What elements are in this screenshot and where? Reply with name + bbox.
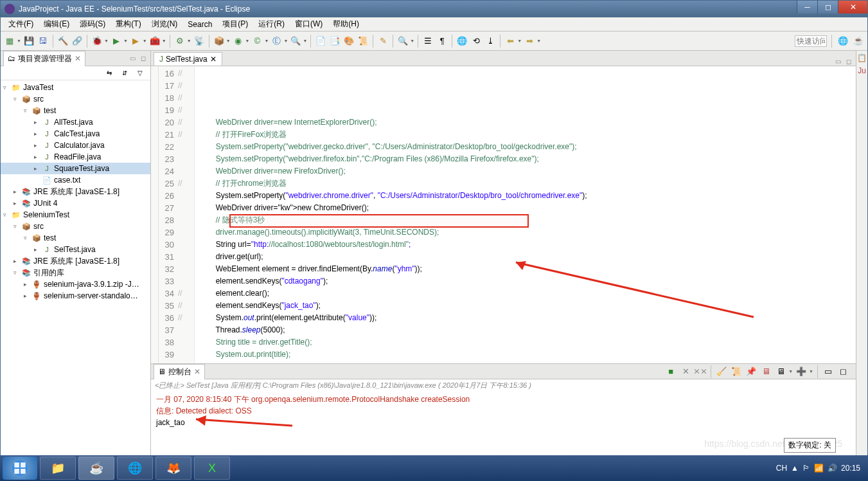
task-explorer[interactable]: 📁 (40, 457, 76, 480)
tree-item[interactable]: ▿📦src (1, 93, 150, 105)
menu-item[interactable]: 编辑(E) (39, 17, 75, 32)
toggle-breadcrumb-icon[interactable]: ☰ (421, 35, 434, 48)
tray-time[interactable]: 20:15 (841, 464, 860, 473)
collapse-all-icon[interactable]: ⇆ (103, 67, 116, 80)
menu-item[interactable]: 源码(S) (75, 17, 111, 32)
menu-item[interactable]: 浏览(N) (146, 17, 183, 32)
minimize-button[interactable]: ─ (797, 1, 817, 14)
project-explorer-tab[interactable]: 🗂 项目资源管理器 ✕ (3, 51, 85, 66)
tray-sound-icon[interactable]: 🔊 (828, 464, 837, 473)
tree-item[interactable]: ▸🏺selenium-server-standalo… (1, 290, 150, 302)
type-icon[interactable]: ◉ (232, 35, 245, 48)
menu-item[interactable]: 窗口(W) (290, 17, 328, 32)
tray-up-icon[interactable]: ▲ (791, 464, 799, 473)
open-console-icon[interactable]: 🖥 (774, 365, 787, 378)
outline-icon[interactable]: 📋 (857, 53, 867, 62)
coverage-icon[interactable]: ▶ (129, 35, 142, 48)
start-button[interactable] (3, 457, 37, 480)
close-console-icon[interactable]: ✕ (194, 367, 200, 376)
tree-item[interactable]: ▸JCalcTest.java (1, 128, 150, 140)
save-icon[interactable]: 💾 (22, 35, 35, 48)
tree-item[interactable]: ▸🏺selenium-java-3.9.1.zip -J… (1, 278, 150, 290)
view-menu-icon[interactable]: ▽ (134, 67, 146, 80)
task-xshell[interactable]: X (194, 457, 230, 480)
terminate-icon[interactable]: ■ (664, 365, 677, 378)
junit-icon[interactable]: Ju (858, 66, 866, 75)
browser-icon[interactable]: 🌐 (456, 35, 468, 48)
tree-item[interactable]: ▸JReadFile.java (1, 151, 150, 163)
tree-item[interactable]: ▸JSelTest.java (1, 244, 150, 255)
new-icon[interactable]: ▦ (3, 35, 16, 48)
display-console-icon[interactable]: 🖥 (759, 365, 772, 378)
sync-icon[interactable]: ⟲ (470, 35, 483, 48)
new-console-icon[interactable]: ➕ (795, 365, 808, 378)
tree-item[interactable]: ▿📦test (1, 105, 150, 116)
new-server-icon[interactable]: 📡 (193, 35, 206, 48)
menu-item[interactable]: 重构(T) (111, 17, 146, 32)
back-icon[interactable]: ⬅ (504, 35, 517, 48)
forward-icon[interactable]: ➡ (523, 35, 536, 48)
debug-icon[interactable]: 🐞 (91, 35, 103, 48)
new-xml-icon[interactable]: 📄 (314, 35, 327, 48)
pin-icon[interactable]: ¶ (436, 35, 448, 48)
ext-tools-icon[interactable]: 🧰 (148, 35, 161, 48)
editor-tab[interactable]: J SelTest.java ✕ (154, 52, 222, 66)
project-tree[interactable]: ▿📁JavaTest▿📦src▿📦test▸JAllTest.java▸JCal… (1, 80, 150, 466)
task-firefox[interactable]: 🦊 (155, 457, 191, 480)
clear-console-icon[interactable]: 🧹 (715, 365, 728, 378)
tree-item[interactable]: ▿📁JavaTest (1, 82, 150, 93)
tree-item[interactable]: ▿📁SeleniumTest (1, 209, 150, 221)
new-css-icon[interactable]: 🎨 (342, 35, 355, 48)
menu-item[interactable]: 文件(F) (3, 17, 39, 32)
maximize-panel-icon[interactable]: ◻ (139, 54, 148, 63)
remove-launch-icon[interactable]: ✕ (679, 365, 692, 378)
tree-item[interactable]: ▿📚引用的库 (1, 267, 150, 278)
quick-access-input[interactable] (795, 35, 827, 47)
new-js-icon[interactable]: 📜 (357, 35, 369, 48)
console-tab[interactable]: 🖥 控制台 ✕ (154, 364, 205, 379)
scroll-lock-icon[interactable]: 📜 (730, 365, 743, 378)
menu-item[interactable]: 运行(R) (253, 17, 290, 32)
tree-item[interactable]: ▿📦src (1, 221, 150, 232)
server-icon[interactable]: ⚙ (173, 35, 186, 48)
max-console-icon[interactable]: ◻ (837, 365, 849, 378)
open-type-icon[interactable]: 🔍 (289, 35, 302, 48)
minimize-editor-icon[interactable]: ▭ (833, 57, 842, 66)
close-panel-icon[interactable]: ✕ (75, 54, 81, 63)
remove-all-icon[interactable]: ⨯⨯ (694, 365, 707, 378)
menu-item[interactable]: Search (182, 18, 217, 31)
min-console-icon[interactable]: ▭ (822, 365, 835, 378)
link-editor-icon[interactable]: ⇵ (118, 67, 131, 80)
tree-item[interactable]: ▸JCalculator.java (1, 140, 150, 151)
tree-item[interactable]: ▸📚JRE 系统库 [JavaSE-1.8] (1, 186, 150, 197)
pin-console-icon[interactable]: 📌 (745, 365, 757, 378)
save-all-icon[interactable]: 🖫 (37, 35, 49, 48)
tray-network-icon[interactable]: 📶 (814, 464, 824, 473)
perspective-java-icon[interactable]: ☕ (852, 35, 865, 48)
perspective-javaee-icon[interactable]: 🌐 (837, 35, 849, 48)
tree-item[interactable]: ▸JAllTest.java (1, 116, 150, 128)
minimize-panel-icon[interactable]: ▭ (128, 54, 137, 63)
tree-item[interactable]: ▸JSquareTest.java (1, 163, 150, 174)
new-package-icon[interactable]: 📦 (213, 35, 226, 48)
task-chrome[interactable]: 🌐 (117, 457, 153, 480)
new-enum-icon[interactable]: Ⓔ (270, 35, 283, 48)
tree-item[interactable]: 📄case.txt (1, 174, 150, 186)
new-jsp-icon[interactable]: 📑 (328, 35, 341, 48)
run-icon[interactable]: ▶ (110, 35, 123, 48)
maximize-editor-icon[interactable]: ◻ (844, 57, 853, 66)
maximize-button[interactable]: ◻ (817, 1, 838, 14)
tray-lang[interactable]: CH (776, 464, 787, 473)
close-tab-icon[interactable]: ✕ (210, 55, 217, 64)
tray-flag-icon[interactable]: 🏳 (802, 464, 810, 473)
close-button[interactable]: ✕ (838, 1, 867, 14)
search-icon[interactable]: 🔍 (396, 35, 409, 48)
menu-item[interactable]: 项目(P) (217, 17, 253, 32)
tree-item[interactable]: ▿📦test (1, 232, 150, 244)
task-icon[interactable]: ✎ (376, 35, 389, 48)
menu-item[interactable]: 帮助(H) (328, 17, 364, 32)
new-class-icon[interactable]: © (251, 35, 264, 48)
tree-item[interactable]: ▸📚JUnit 4 (1, 197, 150, 209)
code-editor[interactable]: 1617181920212223242526272829303132333435… (151, 66, 856, 363)
fetch-icon[interactable]: ⤓ (484, 35, 497, 48)
